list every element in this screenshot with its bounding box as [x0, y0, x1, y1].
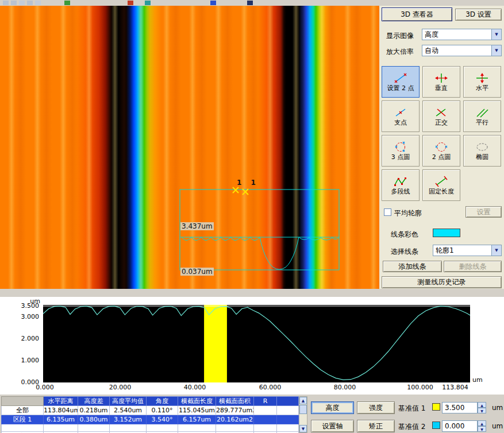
tool-3-point-circle[interactable]: 3 点圆: [382, 135, 420, 167]
display-image-value: 高度: [422, 29, 491, 40]
table-row-segment-1[interactable]: 区段 1 6.135um 0.380um 3.152um 3.540° 6.15…: [2, 415, 299, 424]
x-tick: 80.000: [331, 384, 359, 391]
tab-3d-settings-label: 3D 设置: [465, 10, 491, 20]
select-line-dropdown[interactable]: 轮廓1 ▼: [433, 245, 502, 256]
x-tick: 20.000: [106, 384, 134, 391]
add-line-button[interactable]: 添加线条: [383, 261, 442, 272]
height-map-image[interactable]: 1 1 3.437um 0.037um: [0, 6, 379, 289]
x-tick: 60.000: [256, 384, 284, 391]
height-mode-button[interactable]: 高度: [311, 401, 354, 414]
display-image-select[interactable]: 高度 ▼: [422, 29, 502, 40]
x-tick: 100.000: [406, 384, 434, 391]
tool-orthogonal[interactable]: 正交: [422, 100, 460, 132]
scroll-down-icon[interactable]: ▼: [299, 425, 307, 432]
table-scrollbar[interactable]: ▲ ▼: [299, 396, 307, 433]
two-points-icon: [393, 72, 408, 84]
toolbar-icon[interactable]: [128, 1, 133, 5]
toolbar-icon[interactable]: [64, 1, 70, 5]
three-point-circle-icon: [393, 141, 408, 153]
tab-3d-settings[interactable]: 3D 设置: [455, 9, 502, 21]
toolbar-icon[interactable]: [19, 1, 25, 5]
scroll-up-icon[interactable]: ▲: [299, 397, 307, 404]
toolbar-icon[interactable]: [210, 1, 216, 5]
height-mode-label: 高度: [326, 403, 340, 413]
bottom-panel: 水平距离 高度差 高度平均值 角度 横截面长度 横截面面积 R 全部 113.8…: [0, 395, 504, 433]
tool-polyline[interactable]: 多段线: [382, 169, 420, 201]
add-line-label: 添加线条: [399, 262, 426, 272]
magnification-value: 自动: [422, 45, 491, 56]
fixed-length-icon: [434, 176, 449, 187]
y-tick: 2.000: [14, 335, 39, 342]
tool-2-point-circle[interactable]: 2 点圆: [422, 135, 460, 167]
ref2-label: 基准值 2: [398, 422, 425, 432]
right-panel: 3D 查看器 3D 设置 显示图像 高度 ▼ 放大倍率 自动 ▼ 设置 2 点: [379, 6, 504, 289]
correction-button[interactable]: 矫正: [357, 420, 395, 432]
chevron-down-icon[interactable]: ▼: [491, 245, 501, 256]
y-tick: 3.000: [14, 313, 39, 320]
ref2-input[interactable]: [442, 420, 478, 432]
toolbar-icon[interactable]: [35, 1, 41, 5]
header-cross-section-length: 横截面长度: [178, 397, 216, 406]
set-axis-label: 设置轴: [322, 422, 343, 431]
ref1-input[interactable]: [442, 402, 478, 413]
tool-horizontal[interactable]: 水平: [463, 66, 501, 98]
lower-height-label: 0.037um: [180, 268, 214, 276]
spin-down-icon[interactable]: ▼: [478, 426, 486, 432]
header-cross-section-area: 横截面面积: [216, 397, 254, 406]
polyline-icon: [393, 176, 408, 187]
header-horizontal-distance: 水平距离: [44, 397, 78, 406]
segment-highlight-band[interactable]: [204, 305, 227, 382]
magnification-select[interactable]: 自动 ▼: [422, 45, 502, 56]
delete-line-button[interactable]: 删除线条: [444, 261, 502, 272]
orthogonal-lines-icon: [434, 107, 449, 118]
vertical-line-icon: [434, 72, 449, 84]
upper-height-label: 3.437um: [180, 222, 214, 230]
chevron-down-icon[interactable]: ▼: [491, 45, 501, 56]
spin-down-icon[interactable]: ▼: [478, 408, 486, 413]
spin-up-icon[interactable]: ▲: [478, 402, 486, 408]
tool-parallel[interactable]: 平行: [463, 100, 501, 132]
ref2-color-swatch[interactable]: [432, 422, 440, 429]
ref1-color-swatch[interactable]: [432, 403, 440, 411]
toolbar-icon[interactable]: [3, 1, 9, 5]
intensity-mode-button[interactable]: 强度: [357, 401, 395, 414]
y-tick: 1.000: [14, 357, 39, 364]
measurement-overlay[interactable]: [0, 6, 379, 289]
select-line-value: 轮廓1: [433, 245, 491, 256]
ref1-unit: um: [492, 404, 503, 412]
ref1-spinner[interactable]: ▲ ▼: [442, 402, 486, 413]
tab-3d-viewer[interactable]: 3D 查看器: [382, 7, 452, 21]
header-height-difference: 高度差: [78, 397, 110, 406]
correction-label: 矫正: [369, 422, 383, 431]
tool-ellipse[interactable]: 椭圆: [463, 135, 501, 167]
marker-x-icon[interactable]: [233, 187, 238, 193]
x-tick: 40.000: [181, 384, 209, 391]
tool-set-2-points[interactable]: 设置 2 点: [382, 66, 420, 98]
tool-pivot[interactable]: 支点: [382, 100, 420, 132]
splitter[interactable]: [0, 289, 504, 297]
tool-vertical[interactable]: 垂直: [422, 66, 460, 98]
ref2-unit: um: [492, 422, 503, 430]
spin-up-icon[interactable]: ▲: [478, 420, 486, 426]
average-profile-checkbox[interactable]: [384, 208, 391, 216]
table-row-all[interactable]: 全部 113.804um 0.218um 2.540um 0.110° 115.…: [2, 406, 299, 415]
toolbar-icon[interactable]: [145, 1, 151, 5]
display-image-label: 显示图像: [386, 31, 414, 41]
set-button[interactable]: 设置: [465, 206, 502, 218]
ref2-spinner[interactable]: ▲ ▼: [442, 420, 486, 432]
magnification-label: 放大倍率: [386, 47, 414, 57]
set-axis-button[interactable]: 设置轴: [311, 420, 354, 432]
table-row-empty[interactable]: [2, 424, 299, 432]
line-color-swatch[interactable]: [433, 229, 460, 237]
tool-fixed-length[interactable]: 固定长度: [422, 169, 460, 201]
profile-plot[interactable]: [43, 305, 470, 382]
x-tick: 0.000: [31, 384, 59, 391]
scrollbar-thumb[interactable]: [299, 405, 307, 414]
toolbar-icon[interactable]: [247, 1, 253, 5]
toolbar-icon[interactable]: [11, 1, 17, 5]
measure-history-button[interactable]: 测量线历史记录: [382, 276, 502, 288]
horizontal-line-icon: [475, 72, 490, 84]
toolbar-icon[interactable]: [27, 1, 33, 5]
chevron-down-icon[interactable]: ▼: [491, 29, 501, 40]
line-color-label: 线条彩色: [391, 230, 418, 239]
